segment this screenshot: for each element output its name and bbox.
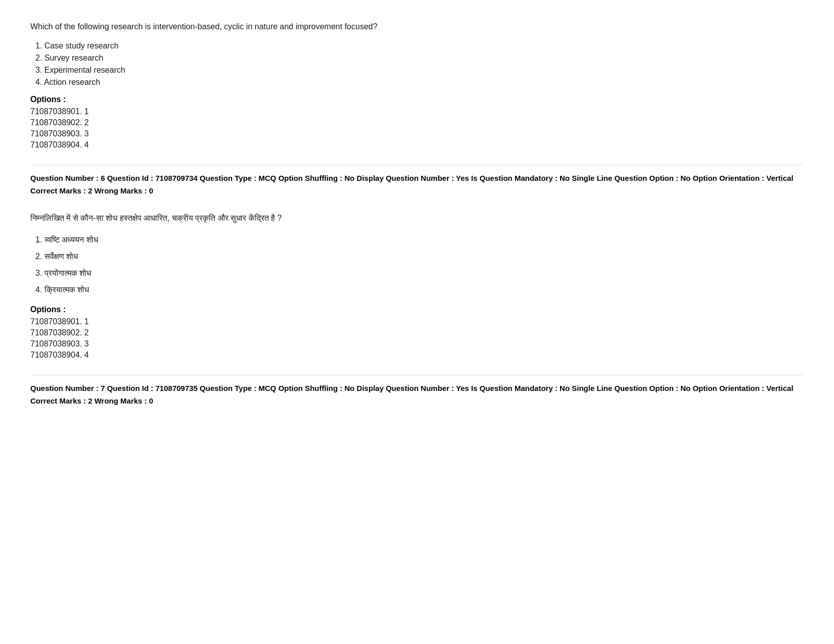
answer-options-5: 71087038901. 1 71087038902. 2 7108703890… bbox=[30, 107, 804, 150]
question-5-options: 1. Case study research 2. Survey researc… bbox=[30, 41, 804, 87]
hindi-option-3: 3. प्रयोगात्मक शोध bbox=[30, 266, 804, 280]
hindi-answer-option-3: 71087038903. 3 bbox=[30, 339, 804, 349]
answer-option-1: 71087038901. 1 bbox=[30, 107, 804, 116]
meta-6-text: Question Number : 6 Question Id : 710870… bbox=[30, 172, 804, 184]
options-label-6: Options : bbox=[30, 305, 804, 314]
question-6-block: निम्नलिखित में से कौन-सा शोध हस्तक्षेप आ… bbox=[30, 211, 804, 360]
hindi-answer-option-1: 71087038901. 1 bbox=[30, 317, 804, 326]
hindi-option-2: 2. सर्वेक्षण शोध bbox=[30, 250, 804, 263]
option-1: 1. Case study research bbox=[30, 41, 804, 51]
meta-block-7: Question Number : 7 Question Id : 710870… bbox=[30, 375, 804, 412]
question-5-text: Which of the following research is inter… bbox=[30, 20, 804, 33]
question-6-options: 1. व्यष्टि अध्ययन शोध 2. सर्वेक्षण शोध 3… bbox=[30, 233, 804, 297]
answer-option-3: 71087038903. 3 bbox=[30, 129, 804, 138]
hindi-answer-option-4: 71087038904. 4 bbox=[30, 351, 804, 360]
meta-6-marks: Correct Marks : 2 Wrong Marks : 0 bbox=[30, 186, 804, 195]
answer-options-6: 71087038901. 1 71087038902. 2 7108703890… bbox=[30, 317, 804, 360]
meta-block-6: Question Number : 6 Question Id : 710870… bbox=[30, 165, 804, 202]
hindi-option-1: 1. व्यष्टि अध्ययन शोध bbox=[30, 233, 804, 246]
hindi-answer-option-2: 71087038902. 2 bbox=[30, 328, 804, 337]
option-3: 3. Experimental research bbox=[30, 66, 804, 75]
options-label-5: Options : bbox=[30, 95, 804, 104]
meta-7-marks: Correct Marks : 2 Wrong Marks : 0 bbox=[30, 397, 804, 405]
option-2: 2. Survey research bbox=[30, 54, 804, 63]
answer-option-2: 71087038902. 2 bbox=[30, 118, 804, 127]
question-5-block: Which of the following research is inter… bbox=[30, 20, 804, 150]
hindi-option-4: 4. क्रियात्मक शोध bbox=[30, 283, 804, 296]
answer-option-4: 71087038904. 4 bbox=[30, 140, 804, 150]
question-6-text: निम्नलिखित में से कौन-सा शोध हस्तक्षेप आ… bbox=[30, 211, 804, 225]
option-4: 4. Action research bbox=[30, 78, 804, 87]
meta-7-text: Question Number : 7 Question Id : 710870… bbox=[30, 382, 804, 394]
